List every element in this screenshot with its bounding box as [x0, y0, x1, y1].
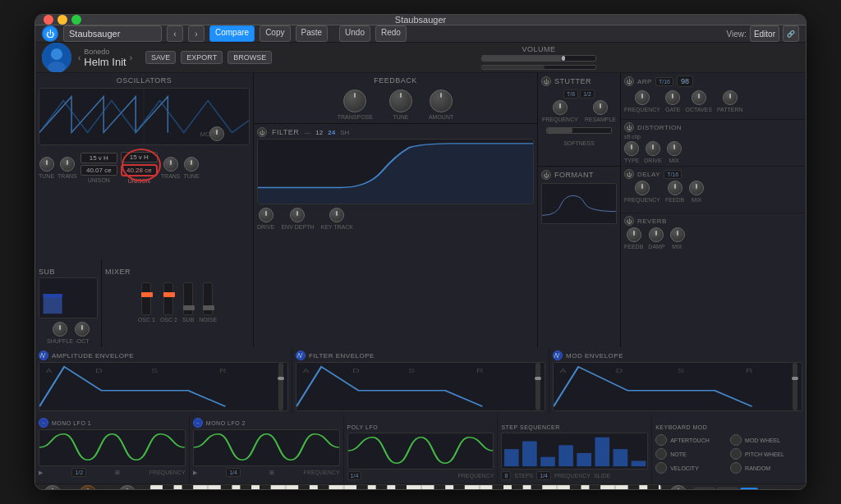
svg-rect-76 [454, 485, 466, 490]
view-dropdown[interactable]: Editor [750, 25, 779, 42]
dist-mix-knob[interactable] [667, 141, 682, 156]
maximize-button[interactable] [71, 15, 81, 25]
dist-power[interactable]: ⏻ [624, 122, 634, 132]
sub-oct-knob[interactable] [75, 322, 90, 337]
svg-rect-73 [376, 485, 388, 490]
trans-knob-2[interactable] [163, 157, 178, 172]
mod-knob[interactable] [209, 126, 224, 141]
trans-label-2: TRANS [161, 173, 181, 179]
porta-group: PORTA [669, 485, 687, 491]
osc1-fader[interactable] [141, 282, 151, 315]
close-button[interactable] [44, 15, 53, 25]
note-item: NOTE [655, 448, 728, 460]
env-depth-knob[interactable] [290, 208, 305, 222]
arp-pattern-knob[interactable] [723, 90, 738, 105]
velocity-icon[interactable] [655, 462, 667, 474]
mod-env-slider[interactable] [792, 363, 798, 410]
tune-knob-2[interactable] [184, 157, 199, 172]
oscillators-title: OSCILLATORS [39, 76, 250, 85]
key-track-knob[interactable] [329, 208, 344, 222]
resample-knob[interactable] [593, 100, 608, 115]
pitch-bend-knob[interactable] [79, 485, 97, 491]
sub-shuffle-knob[interactable] [53, 322, 67, 337]
save-button[interactable]: SAVE [145, 51, 176, 64]
power-button[interactable]: ⏻ [42, 25, 58, 42]
sub-fader[interactable] [183, 282, 193, 315]
trans-knob-1[interactable] [60, 157, 75, 172]
delay-feedb-knob[interactable] [668, 181, 682, 195]
dist-type-label: TYPE [624, 158, 639, 163]
mixer-panel: MIXER OSC 1 OSC 2 [102, 259, 253, 347]
tune-fb-knob[interactable] [389, 89, 412, 112]
volume-slider[interactable] [481, 55, 596, 62]
undo-button[interactable]: Undo [339, 25, 370, 42]
mod-label [209, 126, 224, 141]
random-icon[interactable] [730, 462, 742, 474]
aut-btn[interactable]: AUT [717, 488, 738, 490]
filter-drive-knob[interactable] [259, 208, 273, 222]
delay-freq-knob[interactable] [635, 181, 650, 195]
tune-knob-1[interactable] [39, 157, 54, 172]
transpose-knob[interactable] [343, 89, 366, 112]
amount-knob[interactable] [430, 89, 453, 112]
delay-mix-knob[interactable] [689, 181, 704, 195]
reverb-power[interactable]: ⏻ [624, 216, 634, 226]
mod-wheel-icon[interactable] [730, 434, 742, 446]
osc2-fader[interactable] [163, 282, 173, 315]
stutter-power[interactable]: ⏻ [541, 76, 551, 86]
note-label: NOTE [670, 451, 686, 457]
reverb-feedb-knob[interactable] [627, 227, 641, 242]
filter-power[interactable]: ⏻ [257, 127, 267, 137]
aftertouch-icon[interactable] [655, 434, 667, 446]
pitch-wheel-icon[interactable] [730, 448, 742, 460]
center-panels: FEEDBACK TRANSPOSE TUNE AMOUNT [254, 73, 537, 259]
volume-sub-slider[interactable] [481, 65, 596, 70]
compare-button[interactable]: Compare [209, 25, 255, 42]
next-arrow[interactable]: › [130, 53, 132, 62]
link-button[interactable]: 🔗 [783, 25, 799, 42]
note-icon[interactable] [655, 448, 667, 460]
dist-type-knob[interactable] [624, 141, 639, 156]
reverb-damp-knob[interactable] [649, 227, 664, 242]
keyboard[interactable]: keys rendered below [149, 484, 661, 490]
sub-mixer-row: SUB SHUFFLE [35, 259, 253, 347]
export-button[interactable]: EXPORT [181, 51, 223, 64]
formant-power[interactable]: ⏻ [541, 170, 551, 180]
delay-power[interactable]: ⏻ [624, 169, 634, 179]
arp-controls: FREQUENCY GATE OCTAVES PATTERN [624, 90, 802, 112]
stutter-panel: ⏻ STUTTER T/8 1/2 FREQUENCY RESAMPLE [538, 73, 620, 166]
arp-gate-knob[interactable] [665, 90, 680, 105]
on-btn[interactable]: ON [740, 488, 758, 490]
reverb-mix-knob[interactable] [670, 227, 685, 242]
delay-controls: FREQUENCY FEEDB MIX [624, 181, 802, 203]
arp-oct-knob[interactable] [692, 90, 706, 105]
sub-title: SUB [39, 268, 55, 276]
paste-button[interactable]: Paste [296, 25, 329, 42]
filter-env-slider[interactable] [535, 363, 541, 410]
next-preset-button[interactable]: › [188, 25, 205, 42]
amp-env-slider[interactable] [278, 363, 284, 410]
browse-button[interactable]: BROWSE [227, 51, 272, 64]
delay-freq-label: FREQUENCY [624, 197, 660, 203]
softness-slider[interactable] [546, 127, 612, 134]
prev-arrow[interactable]: ‹ [78, 53, 80, 62]
pitch-wheel-item: PITCH WHEEL [730, 448, 802, 460]
env-depth-label: ENV DEPTH [281, 224, 314, 230]
vel-track-knob[interactable] [118, 485, 136, 491]
porta-knob[interactable] [669, 485, 687, 491]
voices-knob[interactable] [44, 485, 62, 491]
preset-dropdown[interactable]: Staubsauger [63, 25, 162, 42]
noise-fader[interactable] [203, 282, 213, 315]
stutter-freq-knob[interactable] [553, 100, 568, 115]
step-seq-title: STEP SEQUENCER [501, 424, 559, 430]
dist-drive-knob[interactable] [646, 141, 660, 156]
velocity-item: VELOCITY [655, 462, 728, 474]
off-btn[interactable]: OFF [694, 488, 715, 490]
minimize-button[interactable] [57, 15, 67, 25]
arp-freq-knob[interactable] [635, 90, 650, 105]
arp-power[interactable]: ⏻ [624, 76, 634, 86]
copy-button[interactable]: Copy [260, 25, 290, 42]
arp-freq-label: FREQUENCY [624, 107, 660, 112]
redo-button[interactable]: Redo [375, 25, 407, 42]
prev-preset-button[interactable]: ‹ [167, 25, 183, 42]
